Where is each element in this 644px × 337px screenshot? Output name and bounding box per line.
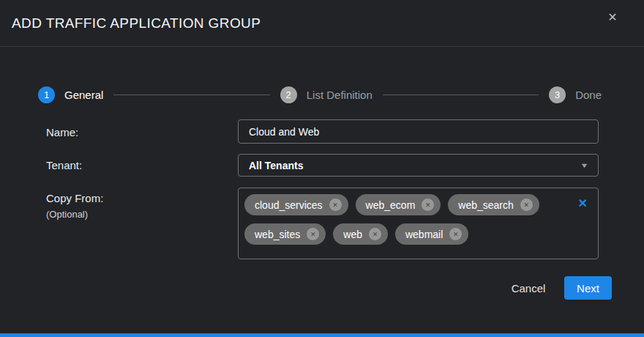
close-icon[interactable]: ✕ xyxy=(603,7,622,26)
tenant-selected-value: All Tenants xyxy=(249,160,303,171)
tag-remove-icon[interactable]: ✕ xyxy=(449,228,462,240)
tag-label: web_sites xyxy=(255,229,300,240)
tag-chip-cloud-services: cloud_services ✕ xyxy=(244,194,348,215)
tag-chip-web-ecom: web_ecom ✕ xyxy=(356,194,441,215)
tenant-label: Tenant: xyxy=(46,159,82,171)
step-number-badge: 2 xyxy=(280,86,297,103)
step-done[interactable]: 3 Done xyxy=(549,86,602,103)
tenant-select[interactable]: All Tenants ▼ xyxy=(238,154,599,177)
tag-remove-icon[interactable]: ✕ xyxy=(329,199,342,211)
dialog-bottom-accent-bar xyxy=(0,333,644,337)
step-general[interactable]: 1 General xyxy=(38,86,103,103)
copy-from-optional-label: (Optional) xyxy=(46,209,88,220)
name-input[interactable] xyxy=(238,119,599,144)
step-label: List Definition xyxy=(307,89,372,101)
copy-from-label: Copy From: xyxy=(46,192,103,204)
step-number-badge: 1 xyxy=(38,86,55,103)
tag-remove-icon[interactable]: ✕ xyxy=(520,199,533,211)
tag-label: web_ecom xyxy=(366,199,416,211)
tag-chip-web-search: web_search ✕ xyxy=(448,194,539,215)
chevron-down-icon: ▼ xyxy=(580,162,589,169)
stepper-connector xyxy=(113,95,269,95)
tag-label: web xyxy=(343,229,362,240)
dialog-title: ADD TRAFFIC APPLICATION GROUP xyxy=(12,15,261,32)
tag-label: webmail xyxy=(405,229,443,240)
step-label: General xyxy=(64,89,103,101)
copy-from-multiselect[interactable]: cloud_services ✕ web_ecom ✕ web_search ✕… xyxy=(238,188,599,259)
cancel-button[interactable]: Cancel xyxy=(503,276,553,300)
step-label: Done xyxy=(575,89,602,101)
dialog-header: ADD TRAFFIC APPLICATION GROUP ✕ xyxy=(0,0,644,47)
add-traffic-application-group-dialog: ADD TRAFFIC APPLICATION GROUP ✕ 1 Genera… xyxy=(0,0,644,337)
tag-chip-web-sites: web_sites ✕ xyxy=(244,223,326,245)
next-button[interactable]: Next xyxy=(564,276,612,300)
tag-chip-webmail: webmail ✕ xyxy=(395,223,468,245)
clear-selection-icon[interactable]: ✕ xyxy=(578,196,588,210)
stepper-connector xyxy=(383,95,539,95)
tag-label: web_search xyxy=(458,199,514,211)
tag-chip-web: web ✕ xyxy=(333,223,388,245)
step-list-definition[interactable]: 2 List Definition xyxy=(280,86,372,103)
tag-remove-icon[interactable]: ✕ xyxy=(422,199,434,211)
tag-remove-icon[interactable]: ✕ xyxy=(307,228,319,240)
wizard-stepper: 1 General 2 List Definition 3 Done xyxy=(38,86,602,103)
tag-remove-icon[interactable]: ✕ xyxy=(369,228,381,240)
step-number-badge: 3 xyxy=(549,86,566,103)
name-label: Name: xyxy=(46,126,78,138)
tag-label: cloud_services xyxy=(255,199,323,211)
